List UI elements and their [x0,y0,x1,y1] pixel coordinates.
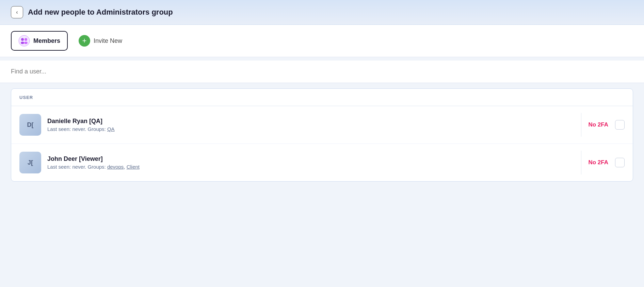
svg-point-3 [21,42,24,44]
user-row-actions: No 2FA [581,151,625,174]
user-meta: Last seen: never. Groups: devops, Client [47,164,575,170]
search-input[interactable] [11,68,633,75]
page-title: Add new people to Administrators group [28,8,173,17]
table-row: D[ Danielle Ryan [QA] Last seen: never. … [11,106,633,144]
back-button[interactable]: ‹ [11,6,23,18]
no-2fa-badge: No 2FA [588,121,608,128]
svg-point-1 [21,38,24,41]
user-info: Danielle Ryan [QA] Last seen: never. Gro… [47,118,575,132]
page-header: ‹ Add new people to Administrators group [0,0,644,25]
svg-point-0 [19,35,30,46]
user-column-header: USER [19,95,33,100]
group-link-client[interactable]: Client [127,164,140,170]
svg-point-2 [25,38,27,41]
tab-invite[interactable]: + Invite New [76,32,125,50]
search-area [0,61,644,83]
avatar: J[ [19,152,41,173]
avatar-initials: D[ [27,121,34,129]
no-2fa-badge: No 2FA [588,159,608,166]
group-link-devops[interactable]: devops [107,164,124,170]
members-tab-label: Members [33,37,60,45]
table-row: J[ John Deer [Viewer] Last seen: never. … [11,144,633,181]
invite-tab-label: Invite New [94,37,122,45]
svg-point-4 [24,42,28,44]
user-checkbox[interactable] [615,120,625,130]
avatar-initials: J[ [28,159,33,166]
tab-members[interactable]: Members [11,31,68,51]
invite-plus-icon: + [79,35,90,47]
tabs-bar: Members + Invite New [0,25,644,57]
user-info: John Deer [Viewer] Last seen: never. Gro… [47,155,575,170]
avatar: D[ [19,114,41,136]
table-header: USER [11,89,633,106]
users-table: USER D[ Danielle Ryan [QA] Last seen: ne… [11,88,633,182]
user-checkbox[interactable] [615,158,625,167]
group-link-qa[interactable]: QA [107,126,115,132]
members-icon [18,35,30,47]
user-meta: Last seen: never. Groups: QA [47,126,575,132]
user-name: Danielle Ryan [QA] [47,118,575,125]
back-icon: ‹ [16,9,18,15]
user-name: John Deer [Viewer] [47,155,575,163]
user-row-actions: No 2FA [581,113,625,137]
